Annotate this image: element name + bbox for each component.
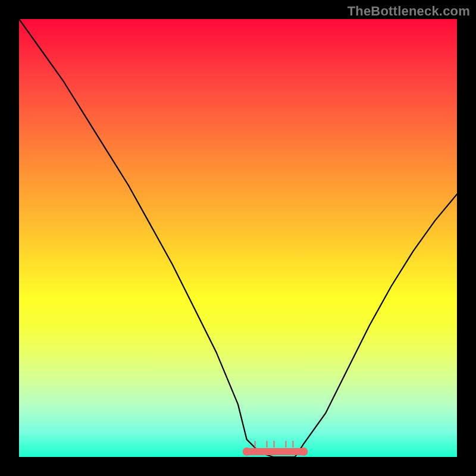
- valley-end-dot: [299, 447, 308, 456]
- outer-frame: TheBottleneck.com: [0, 0, 476, 476]
- chart-svg: [19, 19, 457, 457]
- plot-area: [19, 19, 457, 457]
- watermark-text: TheBottleneck.com: [347, 4, 470, 19]
- valley-start-dot: [243, 447, 251, 456]
- bottleneck-curve: [19, 19, 457, 457]
- valley-hashmarks: [255, 441, 293, 447]
